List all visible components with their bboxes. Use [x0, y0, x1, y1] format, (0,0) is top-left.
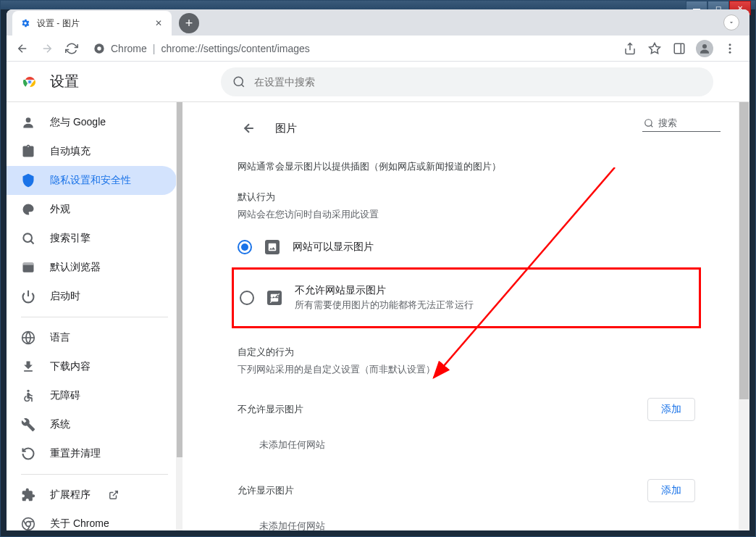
svg-point-7 [729, 51, 731, 53]
forward-button[interactable] [37, 38, 57, 59]
content-scrollbar[interactable] [739, 102, 749, 530]
sidebar-item-accessibility[interactable]: 无障碍 [7, 381, 177, 410]
radio-block-sublabel: 所有需要使用图片的功能都将无法正常运行 [295, 299, 474, 312]
sidebar-item-languages[interactable]: 语言 [7, 323, 177, 352]
restore-icon [21, 446, 35, 461]
wrench-icon [21, 417, 35, 432]
settings-search-input[interactable] [254, 76, 702, 88]
settings-content: 图片 搜索 网站通常会显示图片以提供插图（例如网店或新闻报道的图片） 默认行为 … [183, 102, 749, 530]
sidebar-item-label: 启动时 [50, 290, 80, 303]
sidebar-item-label: 语言 [50, 331, 70, 344]
chrome-outline-icon [21, 517, 35, 530]
search-icon [644, 118, 654, 128]
settings-search-box[interactable] [221, 67, 713, 96]
svg-point-4 [702, 44, 707, 49]
new-tab-button[interactable]: + [179, 13, 199, 33]
address-bar[interactable]: Chrome | chrome://settings/content/image… [86, 43, 618, 54]
sidebar-item-label: 您与 Google [50, 116, 106, 129]
url-separator: | [153, 43, 156, 54]
tab-strip: 设置 - 图片 ✕ + [7, 9, 749, 36]
browser-icon [21, 260, 35, 275]
sidebar-item-label: 重置并清理 [50, 447, 101, 460]
chrome-logo-icon [21, 73, 38, 91]
radio-block-images[interactable]: 不允许网站显示图片 所有需要使用图片的功能都将无法正常运行 [240, 277, 693, 319]
sidebar-divider [21, 317, 168, 317]
content-search-label: 搜索 [658, 117, 677, 130]
sidebar-item-you-and-google[interactable]: 您与 Google [7, 108, 177, 137]
sidebar-item-privacy[interactable]: 隐私设置和安全性 [7, 166, 177, 195]
sidebar-item-extensions[interactable]: 扩展程序 [7, 480, 177, 509]
radio-allow-label: 网站可以显示图片 [293, 241, 374, 254]
radio-button-checked[interactable] [238, 240, 252, 254]
bookmark-icon[interactable] [647, 41, 663, 57]
person-icon [21, 115, 35, 130]
sidebar-item-appearance[interactable]: 外观 [7, 195, 177, 224]
url-prefix: Chrome [111, 43, 147, 54]
default-behavior-title: 默认行为 [238, 191, 695, 204]
sidebar-item-downloads[interactable]: 下载内容 [7, 352, 177, 381]
sidebar-item-label: 自动填充 [50, 145, 91, 158]
download-icon [21, 359, 35, 374]
sidebar-item-label: 默认浏览器 [50, 261, 101, 274]
power-icon [21, 289, 35, 304]
svg-point-1 [97, 46, 101, 50]
sidebar-item-system[interactable]: 系统 [7, 410, 177, 439]
page-description: 网站通常会显示图片以提供插图（例如网店或新闻报道的图片） [238, 160, 695, 173]
sidebar-item-reset[interactable]: 重置并清理 [7, 439, 177, 468]
sidebar-item-label: 扩展程序 [50, 488, 91, 501]
add-allow-site-button[interactable]: 添加 [647, 479, 695, 502]
content-search[interactable]: 搜索 [642, 115, 721, 132]
sidebar-item-about[interactable]: 关于 Chrome [7, 509, 177, 530]
url-path: chrome://settings/content/images [161, 43, 309, 54]
shield-icon [21, 173, 35, 188]
menu-icon[interactable] [722, 41, 738, 57]
svg-point-5 [729, 43, 731, 46]
gear-icon [20, 17, 31, 29]
page-title: 图片 [275, 122, 695, 136]
allow-list-empty: 未添加任何网站 [238, 502, 695, 530]
custom-behavior-subtitle: 下列网站采用的是自定义设置（而非默认设置） [238, 363, 695, 376]
svg-point-13 [26, 117, 31, 122]
add-block-site-button[interactable]: 添加 [647, 398, 695, 421]
svg-point-20 [27, 390, 29, 392]
image-icon [265, 240, 280, 254]
highlighted-option: 不允许网站显示图片 所有需要使用图片的功能都将无法正常运行 [232, 267, 701, 328]
reload-button[interactable] [62, 38, 82, 59]
share-icon[interactable] [622, 41, 638, 57]
svg-point-6 [729, 47, 731, 49]
sidebar-item-search-engine[interactable]: 搜索引擎 [7, 224, 177, 253]
browser-tab[interactable]: 设置 - 图片 ✕ [12, 11, 172, 36]
extension-icon [21, 488, 35, 502]
settings-title: 设置 [50, 72, 79, 91]
sidebar-item-label: 系统 [50, 418, 70, 431]
sidebar-item-label: 搜索引擎 [50, 232, 91, 245]
svg-rect-2 [674, 43, 684, 54]
radio-block-label: 不允许网站显示图片 [295, 284, 474, 297]
svg-point-14 [23, 233, 32, 242]
chrome-icon [93, 43, 105, 54]
sidebar-item-startup[interactable]: 启动时 [7, 282, 177, 311]
sidebar-item-label: 隐私设置和安全性 [50, 174, 131, 187]
radio-button-unchecked[interactable] [240, 291, 254, 305]
radio-allow-images[interactable]: 网站可以显示图片 [238, 233, 695, 262]
settings-header: 设置 [7, 62, 749, 102]
sidebar-item-autofill[interactable]: 自动填充 [7, 137, 177, 166]
svg-point-26 [645, 120, 652, 126]
image-off-icon [267, 291, 282, 305]
profile-avatar[interactable] [696, 40, 713, 57]
toolbar: Chrome | chrome://settings/content/image… [7, 36, 749, 62]
accessibility-icon [21, 388, 35, 403]
content-back-button[interactable] [238, 117, 261, 140]
block-list-title: 不允许显示图片 [238, 403, 303, 416]
sidebar-scrollbar[interactable] [176, 102, 183, 530]
sidebar-item-label: 关于 Chrome [50, 517, 109, 530]
tab-search-button[interactable] [723, 14, 739, 30]
svg-line-12 [241, 84, 243, 86]
tab-close-button[interactable]: ✕ [153, 17, 164, 29]
sidebar-item-label: 无障碍 [50, 389, 80, 402]
default-behavior-subtitle: 网站会在您访问时自动采用此设置 [238, 208, 695, 221]
back-button[interactable] [12, 38, 33, 59]
side-panel-icon[interactable] [671, 41, 687, 57]
settings-sidebar: 您与 Google 自动填充 隐私设置和安全性 外观 [7, 102, 183, 530]
sidebar-item-default-browser[interactable]: 默认浏览器 [7, 253, 177, 282]
